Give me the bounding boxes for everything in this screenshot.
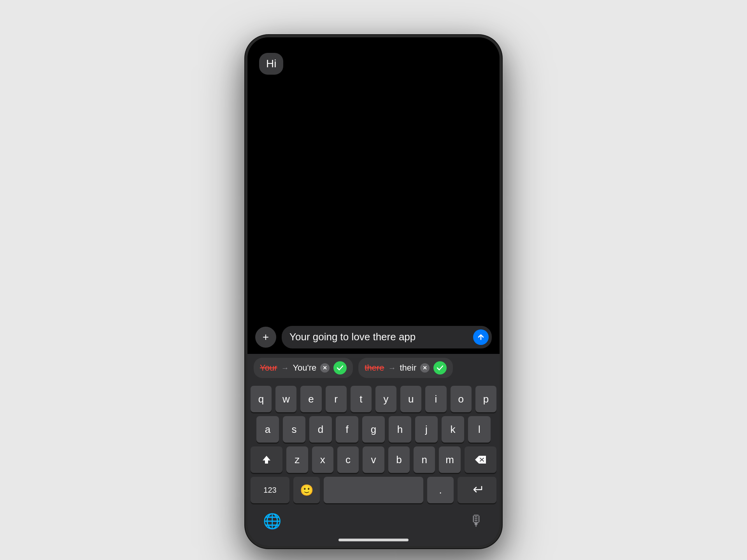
keyboard-row-2: a s d f g h j k l xyxy=(251,416,496,443)
checkmark-icon-2 xyxy=(437,364,444,371)
keyboard-row-4: 123 🙂 . xyxy=(251,477,496,503)
key-w[interactable]: w xyxy=(275,386,296,412)
key-r[interactable]: r xyxy=(326,386,347,412)
return-key[interactable] xyxy=(458,477,496,503)
key-o[interactable]: o xyxy=(451,386,472,412)
period-key[interactable]: . xyxy=(427,477,454,503)
key-a[interactable]: a xyxy=(256,416,279,443)
key-h[interactable]: h xyxy=(389,416,411,443)
key-s[interactable]: s xyxy=(283,416,305,443)
backspace-icon xyxy=(475,455,486,464)
phone-frame: Hi + Your going to love there app Your → xyxy=(245,35,502,548)
key-c[interactable]: c xyxy=(337,446,359,473)
key-g[interactable]: g xyxy=(362,416,385,443)
messages-area: Hi xyxy=(247,37,500,322)
correction-original-2: there xyxy=(365,363,384,373)
keyboard-row-1: q w e r t y u i o p xyxy=(251,386,496,412)
key-p[interactable]: p xyxy=(475,386,496,412)
key-t[interactable]: t xyxy=(351,386,372,412)
key-l[interactable]: l xyxy=(468,416,491,443)
key-n[interactable]: n xyxy=(414,446,435,473)
key-i[interactable]: i xyxy=(425,386,446,412)
key-q[interactable]: q xyxy=(251,386,272,412)
key-b[interactable]: b xyxy=(388,446,410,473)
checkmark-icon-1 xyxy=(337,364,344,371)
correction-dismiss-1[interactable]: ✕ xyxy=(320,363,330,373)
key-m[interactable]: m xyxy=(439,446,460,473)
correction-accept-1[interactable] xyxy=(333,361,347,374)
key-x[interactable]: x xyxy=(312,446,333,473)
backspace-key[interactable] xyxy=(465,446,496,473)
add-media-button[interactable]: + xyxy=(255,327,276,348)
key-y[interactable]: y xyxy=(375,386,396,412)
key-e[interactable]: e xyxy=(300,386,321,412)
correction-original-1: Your xyxy=(260,363,277,373)
message-input-wrapper[interactable]: Your going to love there app xyxy=(282,326,492,348)
correction-arrow-2: → xyxy=(388,364,396,373)
home-indicator xyxy=(338,539,409,541)
correction-chip-2[interactable]: there → their ✕ xyxy=(358,358,453,378)
correction-dismiss-2[interactable]: ✕ xyxy=(420,363,430,373)
message-bubble: Hi xyxy=(259,53,283,75)
correction-accept-2[interactable] xyxy=(433,361,447,374)
numbers-label: 123 xyxy=(263,486,276,495)
numbers-key[interactable]: 123 xyxy=(251,477,289,503)
send-button[interactable] xyxy=(473,329,489,345)
microphone-icon[interactable]: 🎙 xyxy=(469,513,484,529)
return-icon xyxy=(472,486,482,494)
input-area: + Your going to love there app xyxy=(247,322,500,354)
keyboard: q w e r t y u i o p a s d f g h j k xyxy=(247,382,500,507)
correction-chip-1[interactable]: Your → You're ✕ xyxy=(254,358,353,378)
space-key[interactable] xyxy=(324,477,423,503)
emoji-key[interactable]: 🙂 xyxy=(293,477,320,503)
correction-replacement-1: You're xyxy=(293,363,316,373)
globe-icon[interactable]: 🌐 xyxy=(263,513,281,530)
period-label: . xyxy=(439,484,442,496)
key-u[interactable]: u xyxy=(400,386,421,412)
keyboard-row-3: z x c v b n m xyxy=(251,446,496,473)
shift-icon xyxy=(261,454,272,465)
key-j[interactable]: j xyxy=(415,416,438,443)
key-z[interactable]: z xyxy=(286,446,308,473)
correction-arrow-1: → xyxy=(281,364,289,373)
message-input-text: Your going to love there app xyxy=(289,331,416,344)
send-icon xyxy=(477,333,485,341)
correction-replacement-2: their xyxy=(400,363,417,373)
key-d[interactable]: d xyxy=(309,416,332,443)
key-k[interactable]: k xyxy=(442,416,464,443)
plus-icon: + xyxy=(263,332,269,343)
phone-container: Hi + Your going to love there app Your → xyxy=(241,12,506,548)
autocorrect-bar: Your → You're ✕ there → their ✕ xyxy=(247,354,500,382)
shift-key[interactable] xyxy=(251,446,282,473)
emoji-icon: 🙂 xyxy=(300,484,314,497)
key-f[interactable]: f xyxy=(336,416,358,443)
key-v[interactable]: v xyxy=(363,446,384,473)
